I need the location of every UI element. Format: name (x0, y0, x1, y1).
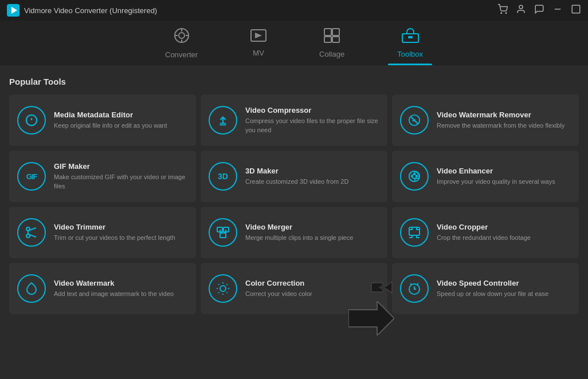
video-cropper-name: Video Cropper (437, 223, 571, 231)
video-cropper-text: Video Cropper Crop the redundant video f… (437, 223, 571, 242)
collage-label: Collage (319, 50, 344, 58)
svg-line-48 (218, 292, 219, 293)
tool-card-video-merger[interactable]: Video Merger Merge multiple clips into a… (201, 207, 387, 258)
svg-rect-19 (408, 36, 413, 38)
minimize-button[interactable] (552, 4, 563, 17)
tool-card-3d-maker[interactable]: 3D 3D Maker Create customized 3D video f… (201, 151, 387, 202)
svg-line-45 (226, 292, 227, 293)
video-trimmer-icon (17, 218, 46, 247)
svg-point-4 (519, 5, 523, 9)
nav-item-converter[interactable]: Converter (156, 24, 207, 62)
video-cropper-desc: Crop the redundant video footage (437, 234, 571, 242)
media-metadata-editor-name: Media Metadata Editor (54, 110, 188, 119)
arrow-indicator (370, 278, 394, 299)
svg-point-41 (220, 286, 226, 291)
media-metadata-editor-icon (17, 106, 46, 135)
converter-label: Converter (165, 50, 198, 59)
svg-rect-14 (324, 29, 331, 35)
color-correction-icon (209, 274, 237, 303)
svg-marker-55 (348, 301, 394, 335)
nav-item-collage[interactable]: Collage (310, 25, 354, 62)
video-watermark-desc: Add text and image watermark to the vide… (54, 290, 188, 298)
video-compressor-icon (209, 106, 237, 135)
video-watermark-text: Video Watermark Add text and image water… (54, 279, 188, 298)
video-enhancer-icon (400, 162, 429, 191)
toolbox-label: Toolbox (397, 50, 423, 58)
cart-icon[interactable] (497, 4, 508, 17)
color-correction-text: Color Correction Correct your video colo… (245, 279, 379, 298)
tool-card-video-enhancer[interactable]: Video Enhancer Improve your video qualit… (392, 151, 579, 202)
video-compressor-text: Video Compressor Compress your video fil… (245, 106, 379, 135)
nav-bar: Converter MV Collage (0, 21, 588, 66)
title-bar-right (497, 4, 581, 17)
tool-card-video-cropper[interactable]: Video Cropper Crop the redundant video f… (392, 207, 579, 258)
main-content: Popular Tools Media Metadata Editor Keep… (0, 66, 588, 379)
nav-item-toolbox[interactable]: Toolbox (388, 25, 432, 62)
tools-grid: Media Metadata Editor Keep original file… (9, 94, 579, 314)
tool-card-video-trimmer[interactable]: Video Trimmer Trim or cut your videos to… (9, 207, 196, 258)
video-trimmer-desc: Trim or cut your videos to the perfect l… (54, 234, 188, 242)
title-bar: Vidmore Video Converter (Unregistered) (0, 0, 588, 21)
gif-maker-text: GIF Maker Make customized GIF with your … (54, 162, 188, 191)
svg-rect-15 (332, 29, 339, 35)
video-watermark-remover-name: Video Watermark Remover (437, 110, 571, 119)
gif-maker-desc: Make customized GIF with your video or i… (54, 173, 188, 191)
video-merger-desc: Merge multiple clips into a single piece (245, 234, 379, 242)
3d-maker-text: 3D Maker Create customized 3D video from… (245, 167, 379, 186)
pointer-arrow (348, 301, 394, 338)
video-speed-controller-name: Video Speed Controller (437, 279, 571, 287)
mv-label: MV (253, 49, 264, 57)
svg-point-3 (505, 13, 507, 14)
video-speed-controller-text: Video Speed Controller Speed up or slow … (437, 279, 571, 298)
maximize-button[interactable] (571, 4, 581, 17)
svg-line-49 (226, 284, 227, 285)
tool-card-video-compressor[interactable]: Video Compressor Compress your video fil… (201, 94, 387, 146)
media-metadata-editor-text: Media Metadata Editor Keep original file… (54, 110, 188, 130)
svg-rect-17 (332, 37, 339, 42)
video-merger-icon (209, 218, 237, 247)
collage-icon (324, 28, 340, 46)
tool-card-video-watermark-remover[interactable]: Video Watermark Remover Remove the water… (392, 94, 579, 146)
video-cropper-icon (400, 218, 429, 247)
svg-marker-52 (378, 283, 385, 291)
tool-card-video-speed-controller[interactable]: Video Speed Controller Speed up or slow … (392, 263, 579, 314)
video-merger-name: Video Merger (245, 223, 379, 231)
tool-card-gif-maker[interactable]: GIF GIF Maker Make customized GIF with y… (9, 151, 196, 202)
nav-item-mv[interactable]: MV (241, 26, 276, 61)
tool-card-video-watermark[interactable]: Video Watermark Add text and image water… (9, 263, 196, 314)
video-speed-controller-icon (400, 274, 429, 303)
user-icon[interactable] (516, 4, 526, 17)
gif-maker-icon: GIF (17, 162, 46, 191)
video-watermark-name: Video Watermark (54, 279, 188, 287)
svg-point-27 (411, 175, 413, 177)
video-trimmer-name: Video Trimmer (54, 223, 188, 231)
gif-maker-name: GIF Maker (54, 162, 188, 171)
svg-point-8 (179, 33, 185, 38)
app-title: Vidmore Video Converter (Unregistered) (24, 6, 157, 15)
video-watermark-remover-desc: Remove the watermark from the video flex… (437, 121, 571, 130)
video-enhancer-desc: Improve your video quality in several wa… (437, 177, 571, 186)
mv-icon (250, 29, 266, 45)
video-watermark-remover-icon (400, 106, 429, 135)
svg-point-28 (414, 173, 415, 175)
toolbox-icon (402, 28, 419, 46)
svg-rect-6 (572, 5, 580, 13)
svg-rect-16 (324, 37, 331, 42)
section-title: Popular Tools (9, 77, 579, 86)
video-compressor-desc: Compress your video files to the proper … (245, 117, 379, 135)
3d-maker-icon: 3D (209, 162, 237, 191)
video-merger-text: Video Merger Merge multiple clips into a… (245, 223, 379, 242)
video-enhancer-name: Video Enhancer (437, 167, 571, 175)
app-logo (7, 4, 19, 17)
video-watermark-icon (17, 274, 46, 303)
tool-card-media-metadata-editor[interactable]: Media Metadata Editor Keep original file… (9, 94, 196, 146)
svg-rect-40 (409, 227, 420, 235)
title-bar-left: Vidmore Video Converter (Unregistered) (7, 4, 157, 17)
3d-maker-name: 3D Maker (245, 167, 379, 175)
video-compressor-name: Video Compressor (245, 106, 379, 115)
chat-icon[interactable] (534, 4, 544, 17)
svg-rect-37 (220, 233, 226, 238)
converter-icon (174, 27, 190, 47)
svg-point-2 (501, 13, 502, 14)
video-speed-controller-desc: Speed up or slow down your file at ease (437, 290, 571, 298)
